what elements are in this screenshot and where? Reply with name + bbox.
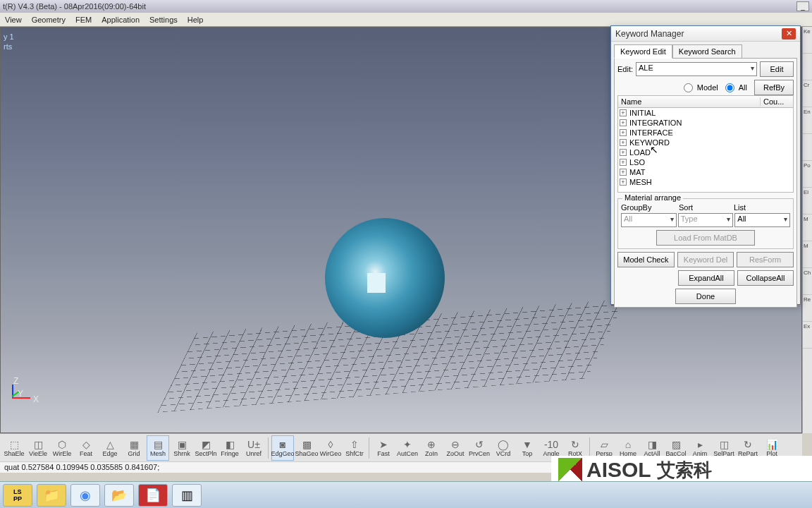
keyword-del-button[interactable]: Keyword Del: [677, 252, 734, 267]
toolbtn-shageo[interactable]: ▩ShaGeo: [295, 435, 318, 461]
tab-keyword-edit[interactable]: Keyword Edit: [614, 44, 672, 59]
toolbtn-label: Top: [522, 450, 533, 457]
toolbtn-zoout[interactable]: ⊖ZoOut: [444, 435, 467, 461]
toolbtn-sectpln[interactable]: ◩SectPln: [195, 435, 217, 461]
menu-help[interactable]: Help: [183, 14, 209, 25]
tree-item-initial[interactable]: +INITIAL: [618, 108, 793, 118]
tree-item-integration[interactable]: +INTEGRATION: [618, 118, 793, 128]
list-combo[interactable]: All: [734, 213, 790, 227]
toolbtn-top[interactable]: ▼Top: [516, 435, 539, 461]
toolbtn-unref[interactable]: U±Unref: [242, 435, 265, 461]
toolbtn-vcrd[interactable]: ◯VCrd: [492, 435, 515, 461]
home-icon: ⌂: [622, 439, 634, 450]
collapse-all-button[interactable]: CollapseAll: [737, 270, 794, 286]
toolbtn-label: VCrd: [496, 450, 511, 457]
taskbar-app-ls[interactable]: LSPP: [3, 484, 32, 507]
windows-taskbar: LSPP 📁 ◉ 📂 📄 ▥: [0, 481, 812, 508]
expand-icon[interactable]: +: [620, 139, 627, 146]
feat-icon: ◇: [80, 439, 92, 450]
fast-icon: ➤: [377, 439, 390, 450]
expand-icon[interactable]: +: [620, 159, 627, 166]
expand-icon[interactable]: +: [620, 119, 627, 126]
toolbtn-feat[interactable]: ◇Feat: [75, 435, 97, 461]
expand-icon[interactable]: +: [620, 109, 627, 116]
keyword-tree[interactable]: +INITIAL +INTEGRATION +INTERFACE +KEYWOR…: [617, 108, 794, 193]
toolbtn-label: Grid: [128, 450, 140, 457]
tree-item-mesh[interactable]: +MESH: [618, 177, 793, 187]
logo-cn: 艾索科: [657, 458, 712, 483]
taskbar-pdf[interactable]: 📄: [138, 484, 168, 507]
menu-fem[interactable]: FEM: [70, 14, 97, 25]
taskbar-app[interactable]: ▥: [172, 484, 202, 507]
done-button[interactable]: Done: [675, 289, 736, 304]
edit-keyword-combo[interactable]: ALE: [636, 62, 757, 76]
toolbtn-fringe[interactable]: ◧Fringe: [219, 435, 241, 461]
toolbtn-label: VieEle: [29, 450, 47, 457]
tree-item-keyword[interactable]: +KEYWORD: [618, 138, 793, 147]
status-text: quat 0.527584 0.109945 0.035585 0.841607…: [4, 463, 159, 471]
all-radio[interactable]: [725, 83, 734, 92]
groupby-combo[interactable]: All: [621, 213, 677, 227]
toolbtn-label: AutCen: [397, 450, 418, 457]
tree-item-load[interactable]: +LOAD: [618, 147, 793, 157]
menu-settings[interactable]: Settings: [144, 14, 183, 25]
window-minimize-button[interactable]: _: [796, 1, 809, 11]
toolbtn-autcen[interactable]: ✦AutCen: [396, 435, 419, 461]
toolbtn-mesh[interactable]: ▤Mesh: [147, 435, 169, 461]
toolbtn-label: ShfCtr: [345, 450, 364, 457]
toolbtn-shaele[interactable]: ⬚ShaEle: [3, 435, 25, 461]
toolbtn-prvcen[interactable]: ↺PrvCen: [468, 435, 491, 461]
toolbtn-edggeo[interactable]: ◙EdgGeo: [271, 435, 294, 461]
taskbar-app-folder[interactable]: 📁: [37, 484, 66, 507]
toolbtn-vieele[interactable]: ◫VieEle: [27, 435, 49, 461]
toolbtn-fast[interactable]: ➤Fast: [372, 435, 395, 461]
tab-keyword-search[interactable]: Keyword Search: [672, 44, 742, 59]
toolbtn-wirgeo[interactable]: ◊WirGeo: [319, 435, 342, 461]
taskbar-chrome[interactable]: ◉: [70, 484, 100, 507]
expand-icon[interactable]: +: [620, 169, 627, 176]
toolbtn-label: Unref: [246, 450, 262, 457]
sectpln-icon: ◩: [199, 439, 212, 450]
menu-view[interactable]: View: [0, 14, 27, 25]
toolbtn-edge[interactable]: △Edge: [99, 435, 121, 461]
model-radio[interactable]: [684, 83, 693, 92]
sort-combo[interactable]: Type: [678, 213, 734, 227]
list-label: List: [734, 203, 790, 212]
menu-geometry[interactable]: Geometry: [27, 14, 70, 25]
toolbtn-label: WirGeo: [320, 450, 342, 457]
tree-item-interface[interactable]: +INTERFACE: [618, 128, 793, 138]
dialog-tabs: Keyword Edit Keyword Search: [614, 44, 797, 59]
refby-button[interactable]: RefBy: [754, 80, 794, 95]
model-check-button[interactable]: Model Check: [617, 252, 675, 267]
zoout-icon: ⊖: [449, 439, 462, 450]
baccol-icon: ▨: [670, 439, 682, 450]
tree-col-count[interactable]: Cou...: [761, 97, 793, 106]
axis-x-label: X: [33, 394, 39, 404]
toolbtn-zoin[interactable]: ⊕ZoIn: [420, 435, 443, 461]
toolbtn-grid[interactable]: ▦Grid: [123, 435, 145, 461]
toolbtn-label: Mesh: [150, 450, 166, 457]
taskbar-explorer[interactable]: 📂: [104, 484, 134, 507]
logo-icon: [558, 458, 582, 482]
tree-item-lso[interactable]: +LSO: [618, 157, 793, 167]
axis-triad: Z Y X: [6, 376, 42, 411]
toolbtn-wirele[interactable]: ⬡WirEle: [51, 435, 73, 461]
tree-col-name[interactable]: Name: [618, 97, 761, 106]
tree-item-mat[interactable]: +MAT: [618, 167, 793, 177]
expand-icon[interactable]: +: [620, 179, 627, 186]
edit-button[interactable]: Edit: [760, 61, 794, 77]
toolbtn-shfctr[interactable]: ⇧ShfCtr: [343, 435, 366, 461]
dialog-titlebar[interactable]: Keyword Manager ✕: [611, 26, 800, 42]
load-matdb-button[interactable]: Load From MatDB: [656, 230, 755, 246]
right-tool-strip: KeCr EnPo ElMM ChReEx: [802, 27, 812, 433]
toolbtn-shrnk[interactable]: ▣Shrnk: [171, 435, 193, 461]
expand-icon[interactable]: +: [620, 149, 627, 156]
resform-button[interactable]: ResForm: [737, 252, 794, 267]
expand-all-button[interactable]: ExpandAll: [678, 270, 734, 286]
material-arrange-legend: Material arrange: [622, 193, 683, 202]
dialog-title-text: Keyword Manager: [615, 29, 684, 39]
dialog-close-button[interactable]: ✕: [782, 28, 796, 40]
toolbtn-label: ZoOut: [446, 450, 464, 457]
expand-icon[interactable]: +: [620, 129, 627, 136]
menu-application[interactable]: Application: [97, 14, 144, 25]
